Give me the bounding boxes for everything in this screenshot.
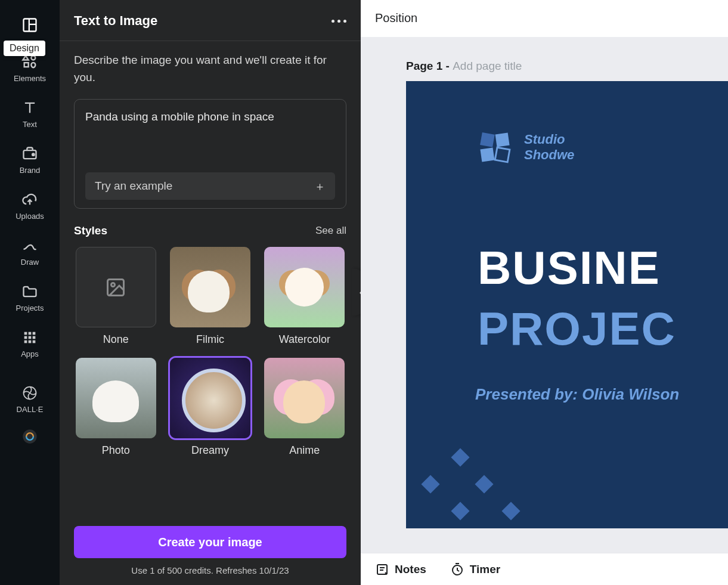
style-label: Dreamy — [191, 444, 229, 457]
timer-label: Timer — [470, 563, 500, 576]
svg-rect-22 — [480, 148, 494, 162]
brand-icon — [21, 146, 38, 162]
topbar: Position — [361, 0, 728, 37]
see-all-link[interactable]: See all — [315, 225, 346, 237]
timer-icon — [450, 562, 464, 577]
svg-point-17 — [23, 429, 36, 443]
svg-rect-10 — [24, 336, 27, 339]
try-example-button[interactable]: Try an example ＋ — [85, 172, 335, 200]
brand-line2: Shodwe — [524, 147, 574, 163]
nav-label: Brand — [20, 166, 41, 175]
nav-label: Uploads — [16, 212, 44, 221]
svg-rect-11 — [29, 336, 32, 339]
style-thumb-watercolor — [264, 247, 345, 327]
nav-label: Text — [23, 120, 37, 129]
shapes-icon — [21, 54, 38, 70]
nav-label: Projects — [16, 304, 44, 312]
svg-rect-13 — [24, 341, 27, 343]
nav-uploads[interactable]: Uploads — [0, 185, 60, 231]
nav-label: DALL·E — [17, 405, 44, 414]
main-area: Position Page 1 - Add page title Studio — [361, 0, 728, 585]
svg-rect-15 — [33, 341, 36, 343]
style-photo[interactable]: Photo — [74, 358, 157, 457]
grid-icon — [21, 329, 38, 346]
svg-rect-12 — [33, 336, 36, 339]
canvas-scroll[interactable]: Page 1 - Add page title Studio Shodwe — [361, 37, 728, 553]
styles-header: Styles See all — [74, 224, 346, 237]
credits-text: Use 1 of 500 credits. Refreshes 10/1/23 — [60, 558, 361, 585]
style-watercolor[interactable]: Watercolor — [263, 247, 346, 346]
notes-button[interactable]: Notes — [375, 562, 426, 577]
nav-apps[interactable]: Apps — [0, 323, 60, 369]
svg-point-19 — [111, 283, 115, 286]
svg-point-3 — [31, 56, 35, 60]
brand-line1: Studio — [524, 132, 574, 147]
nav-rail: Design Elements Text Brand Uploads Draw — [0, 0, 60, 585]
presenter-text[interactable]: Presented by: Olivia Wilson — [475, 385, 679, 404]
design-page[interactable]: Studio Shodwe BUSINE PROJEC Presented by… — [406, 81, 728, 528]
style-none[interactable]: None — [74, 247, 157, 346]
bottombar: Notes Timer — [361, 553, 728, 585]
svg-rect-20 — [480, 132, 495, 147]
app-extra-icon — [21, 428, 38, 445]
nav-draw[interactable]: Draw — [0, 231, 60, 277]
style-thumb-anime — [264, 358, 345, 438]
panel-more-button[interactable] — [332, 20, 346, 23]
panel-intro: Describe the image you want and we'll cr… — [74, 52, 346, 86]
brand-logo-icon — [478, 130, 512, 165]
panel-title: Text to Image — [74, 13, 157, 29]
brand-row: Studio Shodwe — [478, 130, 574, 165]
styles-heading: Styles — [74, 224, 107, 237]
position-label: Position — [375, 11, 417, 24]
diamond-shape — [451, 448, 469, 466]
page-title-placeholder: Add page title — [453, 60, 522, 72]
svg-rect-23 — [495, 147, 510, 162]
style-label: Filmic — [196, 333, 224, 346]
nav-dalle[interactable]: DALL·E — [0, 379, 60, 425]
brand-text: Studio Shodwe — [524, 132, 574, 163]
nav-label: Draw — [21, 258, 39, 267]
svg-rect-8 — [29, 332, 32, 335]
style-thumb-dreamy — [170, 358, 250, 438]
style-label: Photo — [102, 444, 130, 457]
nav-design[interactable]: Design — [0, 11, 60, 48]
style-filmic[interactable]: Filmic — [168, 247, 252, 346]
nav-label: Elements — [14, 74, 46, 83]
styles-grid: None Filmic Watercolor Photo Dreamy Anim… — [74, 247, 346, 457]
nav-brand[interactable]: Brand — [0, 140, 60, 185]
notes-label: Notes — [395, 563, 426, 576]
headline-2[interactable]: PROJEC — [478, 302, 676, 356]
style-label: Anime — [289, 444, 320, 457]
headline-1[interactable]: BUSINE — [478, 241, 661, 295]
style-label: None — [103, 333, 129, 346]
svg-rect-7 — [24, 332, 27, 335]
style-thumb-none — [76, 247, 156, 327]
svg-rect-21 — [495, 132, 510, 147]
nav-text[interactable]: Text — [0, 94, 60, 140]
svg-rect-14 — [29, 341, 32, 343]
panel-body: Describe the image you want and we'll cr… — [60, 41, 361, 526]
notes-icon — [375, 562, 389, 577]
style-anime[interactable]: Anime — [263, 358, 346, 457]
page-label[interactable]: Page 1 - Add page title — [406, 60, 728, 73]
create-image-button[interactable]: Create your image — [74, 526, 346, 558]
nav-extra[interactable] — [0, 425, 60, 459]
design-tooltip: Design — [4, 41, 45, 56]
svg-rect-4 — [24, 63, 29, 67]
diamond-shape — [451, 502, 469, 520]
timer-button[interactable]: Timer — [450, 562, 500, 577]
text-to-image-panel: Text to Image Describe the image you wan… — [60, 0, 361, 585]
style-thumb-filmic — [170, 247, 250, 327]
dalle-icon — [21, 385, 38, 401]
diamond-shape — [501, 502, 520, 520]
position-button[interactable]: Position — [375, 11, 417, 25]
layout-icon — [21, 17, 38, 33]
folder-icon — [21, 283, 38, 300]
nav-projects[interactable]: Projects — [0, 277, 60, 323]
create-image-label: Create your image — [158, 536, 262, 549]
prompt-input[interactable] — [85, 110, 335, 170]
svg-rect-9 — [33, 332, 36, 335]
style-dreamy[interactable]: Dreamy — [168, 358, 252, 457]
plus-icon: ＋ — [314, 181, 326, 192]
try-example-label: Try an example — [95, 179, 172, 193]
